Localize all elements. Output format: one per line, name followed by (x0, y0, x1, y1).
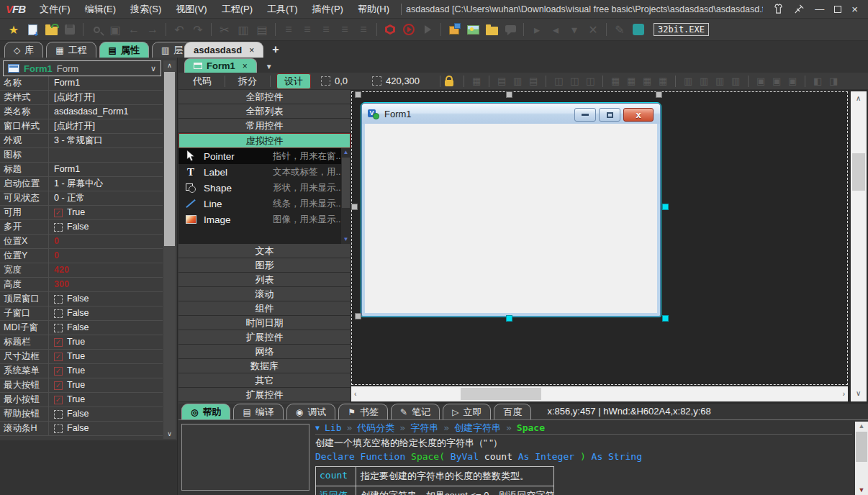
designed-form-client-area[interactable] (365, 124, 657, 313)
property-value[interactable]: 420 (49, 263, 163, 277)
property-grid-scrollbar[interactable]: ∧ ∨ (163, 60, 176, 439)
maximize-button[interactable] (834, 6, 841, 13)
property-value[interactable]: asdasdasd_Form1 (49, 105, 163, 119)
property-value[interactable]: [点此打开] (49, 91, 163, 104)
property-value[interactable]: ✓True (49, 350, 163, 363)
checkbox-unchecked-icon[interactable] (54, 410, 63, 419)
property-value[interactable]: False (49, 422, 163, 435)
property-value[interactable]: False (49, 292, 163, 306)
help-scrollbar[interactable]: ▲ ▼ (855, 422, 868, 495)
resize-handle-top-left[interactable] (355, 91, 361, 98)
scroll-right-icon[interactable]: › (843, 390, 845, 398)
tab-asdasdasd[interactable]: asdasdasd × (184, 42, 263, 58)
sidebar-tab-project[interactable]: ▦工程 (46, 42, 96, 58)
bottom-tab-compile[interactable]: ▤编译 (233, 404, 283, 419)
package-icon[interactable] (446, 21, 463, 38)
scroll-down-icon[interactable]: ▼ (341, 235, 351, 244)
checkbox-checked-icon[interactable]: ✓ (54, 353, 63, 361)
toolbox-category-列表-2[interactable]: 列表 (178, 273, 351, 287)
scrollbar-thumb[interactable] (461, 388, 541, 400)
close-button[interactable]: × (851, 0, 858, 19)
bottom-tab-immediate[interactable]: ▷立即 (443, 404, 491, 419)
scrollbar-thumb[interactable] (852, 153, 865, 191)
scrollbar-thumb[interactable] (342, 158, 350, 208)
designed-form[interactable]: V Form1 x (361, 103, 661, 317)
pin-icon[interactable] (794, 4, 805, 14)
scrollbar-thumb[interactable] (164, 72, 175, 246)
scroll-down-icon[interactable]: ∨ (163, 429, 176, 439)
menu-item-视图(V)[interactable]: 视图(V) (168, 0, 214, 19)
canvas-horizontal-scrollbar[interactable]: ‹ › (351, 386, 848, 401)
toolbox-category-常用控件[interactable]: 常用控件 (178, 119, 351, 133)
toolbox-category-文本-0[interactable]: 文本 (178, 244, 351, 258)
toolbox-category-扩展控件-10[interactable]: 扩展控件 (178, 388, 351, 402)
toolbox-category-数据库-8[interactable]: 数据库 (178, 359, 351, 373)
property-value[interactable]: 0 (49, 235, 163, 248)
new-tab-button[interactable]: + (272, 43, 279, 56)
sidebar-tab-lib[interactable]: ◇库 (4, 42, 43, 58)
property-value[interactable]: 1 - 屏幕中心 (49, 177, 163, 191)
toolbox-category-组件-4[interactable]: 组件 (178, 301, 351, 316)
menu-item-工具(T)[interactable]: 工具(T) (260, 0, 305, 19)
target-exe-badge[interactable]: 32bit.EXE (654, 23, 709, 36)
breadcrumb-item-代码分类[interactable]: 代码分类 (357, 422, 394, 435)
checkbox-checked-icon[interactable]: ✓ (54, 209, 63, 217)
bottom-tab-bookmark[interactable]: ⚑书签 (338, 404, 388, 419)
scroll-down-icon[interactable]: ▼ (855, 486, 868, 495)
resize-handle-top-center[interactable] (506, 91, 512, 98)
checkbox-checked-icon[interactable]: ✓ (54, 367, 63, 376)
property-value[interactable]: Form1 (49, 163, 163, 176)
property-value[interactable] (49, 148, 163, 162)
menu-item-编辑(E)[interactable]: 编辑(E) (78, 0, 123, 19)
scroll-up-icon[interactable]: ∧ (163, 60, 176, 71)
design-area[interactable]: V Form1 x (351, 91, 848, 385)
donate-icon[interactable] (773, 4, 784, 14)
resource-manager-icon[interactable] (483, 21, 500, 38)
bottom-tab-baidu[interactable]: 百度 (494, 404, 531, 419)
form-maximize-button[interactable] (599, 108, 620, 122)
checkbox-unchecked-icon[interactable] (54, 309, 63, 318)
toolbox-category-全部列表[interactable]: 全部列表 (178, 104, 351, 119)
property-value[interactable]: False (49, 220, 163, 234)
tab-form1[interactable]: Form1 × (184, 58, 257, 73)
menu-item-搜索(S)[interactable]: 搜索(S) (123, 0, 168, 19)
scroll-down-icon[interactable]: ∨ (856, 389, 861, 397)
menu-item-插件(P)[interactable]: 插件(P) (305, 0, 351, 19)
favorites-icon[interactable]: ★ (5, 21, 22, 38)
toolbox-category-扩展控件-6[interactable]: 扩展控件 (178, 330, 351, 345)
resize-handle-middle-right[interactable] (662, 204, 669, 210)
close-tab-icon[interactable]: × (249, 45, 254, 55)
resize-handle-bottom-center[interactable] (506, 315, 512, 322)
resize-handle-top-right[interactable] (656, 91, 662, 98)
vfb-help-icon[interactable] (630, 21, 647, 38)
toolbox-category-时间日期-5[interactable]: 时间日期 (178, 316, 351, 330)
scrollbar-thumb[interactable] (856, 432, 867, 462)
mode-code-button[interactable]: 代码 (186, 75, 219, 88)
object-selector-dropdown[interactable]: Form1 Form ∨ (3, 60, 161, 76)
toolbox-category-全部控件[interactable]: 全部控件 (178, 90, 351, 104)
scroll-up-icon[interactable]: ∧ (856, 94, 861, 102)
close-form-tab-icon[interactable]: × (243, 61, 248, 71)
menu-item-文件(F)[interactable]: 文件(F) (32, 0, 78, 19)
property-value[interactable]: 0 - 正常 (49, 191, 163, 205)
toolbox-item-pointer[interactable]: Pointer指针，用来在窗... (178, 148, 351, 164)
canvas-vertical-scrollbar[interactable]: ∧ ∨ (851, 91, 867, 401)
bottom-tab-notes[interactable]: ✎笔记 (391, 404, 440, 419)
checkbox-unchecked-icon[interactable] (54, 295, 63, 304)
property-value[interactable]: False (49, 407, 163, 421)
new-project-icon[interactable] (24, 21, 41, 38)
checkbox-unchecked-icon[interactable] (54, 223, 63, 232)
compile-icon[interactable] (381, 21, 399, 38)
breadcrumb-item-创建字符串[interactable]: 创建字符串 (454, 422, 501, 435)
minimize-button[interactable]: — (815, 0, 824, 19)
resize-handle-middle-left[interactable] (351, 204, 358, 210)
bottom-tab-help[interactable]: ◎帮助 (181, 404, 230, 419)
resize-handle-bottom-right[interactable] (662, 315, 669, 322)
property-value[interactable]: False (49, 306, 163, 320)
toolbox-category-其它-9[interactable]: 其它 (178, 373, 351, 388)
breadcrumb-item-字符串[interactable]: 字符串 (410, 422, 438, 435)
property-value[interactable]: ✓True (49, 364, 163, 378)
form-close-button[interactable]: x (623, 108, 654, 122)
image-manager-icon[interactable] (464, 21, 482, 38)
scroll-left-icon[interactable]: ‹ (354, 390, 356, 398)
